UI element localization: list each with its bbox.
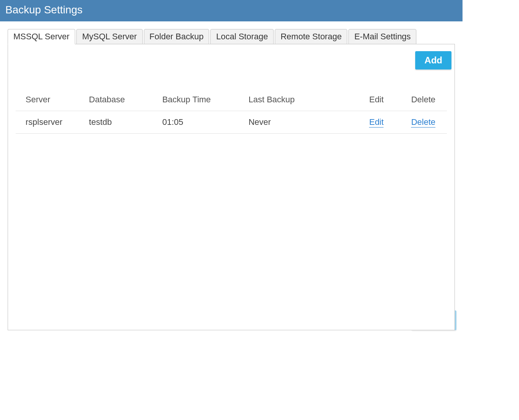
cell-delete: Delete <box>395 111 447 134</box>
window-title: Backup Settings <box>5 4 82 16</box>
col-header-server: Server <box>16 89 89 111</box>
edit-link[interactable]: Edit <box>369 117 384 128</box>
add-button[interactable]: Add <box>415 51 451 69</box>
tab-panel-mssql: Add Server Database Backup Time Last Bac… <box>8 44 455 330</box>
tab-email-settings[interactable]: E-Mail Settings <box>348 29 416 44</box>
tab-mysql-server[interactable]: MySQL Server <box>76 29 142 44</box>
window-titlebar: Backup Settings <box>0 0 463 21</box>
col-header-backup-time: Backup Time <box>162 89 248 111</box>
delete-link[interactable]: Delete <box>411 117 435 128</box>
toolbar: Add <box>8 51 455 77</box>
cell-server: rsplserver <box>16 111 89 134</box>
tab-strip: MSSQL Server MySQL Server Folder Backup … <box>8 29 455 44</box>
tab-remote-storage[interactable]: Remote Storage <box>275 29 347 44</box>
tab-folder-backup[interactable]: Folder Backup <box>144 29 210 44</box>
tab-local-storage[interactable]: Local Storage <box>210 29 274 44</box>
cell-database: testdb <box>89 111 162 134</box>
col-header-edit: Edit <box>343 89 395 111</box>
window-body: MSSQL Server MySQL Server Folder Backup … <box>0 21 463 334</box>
col-header-last-backup: Last Backup <box>248 89 343 111</box>
cell-edit: Edit <box>343 111 395 134</box>
col-header-database: Database <box>89 89 162 111</box>
table-row: rsplserver testdb 01:05 Never Edit Delet… <box>16 111 447 134</box>
tab-mssql-server[interactable]: MSSQL Server <box>8 29 75 44</box>
cell-last-backup: Never <box>248 111 343 134</box>
backup-table: Server Database Backup Time Last Backup … <box>16 89 447 134</box>
cell-backup-time: 01:05 <box>162 111 248 134</box>
col-header-delete: Delete <box>395 89 447 111</box>
table-header-row: Server Database Backup Time Last Backup … <box>16 89 447 111</box>
